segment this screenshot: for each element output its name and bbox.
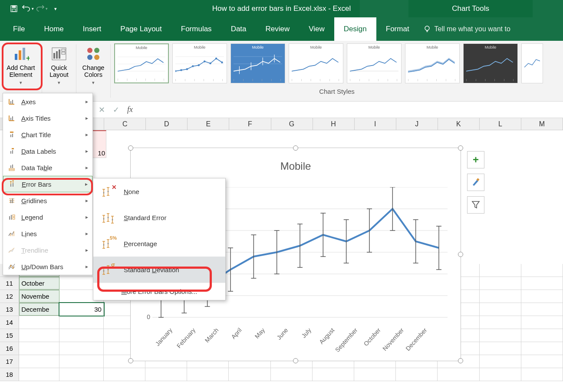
- chart-style-6[interactable]: Mobile||||||: [405, 43, 460, 83]
- cell[interactable]: [59, 368, 104, 381]
- menu-lines[interactable]: Lines▸: [3, 225, 92, 242]
- cell[interactable]: [145, 368, 187, 381]
- row-header[interactable]: 11: [0, 277, 19, 290]
- tab-data[interactable]: Data: [221, 17, 256, 41]
- cell[interactable]: [521, 290, 563, 303]
- col-header[interactable]: C: [104, 118, 146, 130]
- row-header[interactable]: 18: [0, 368, 19, 381]
- chart-style-2[interactable]: Mobile||||||: [172, 43, 227, 83]
- add-chart-element-button[interactable]: + Add Chart Element▾: [4, 43, 37, 87]
- chart-style-8[interactable]: [521, 43, 543, 83]
- menu-data-table[interactable]: Data Table▸: [3, 159, 92, 176]
- chart-styles-button[interactable]: [467, 174, 484, 191]
- resize-handle[interactable]: [458, 358, 463, 363]
- formula-input[interactable]: [133, 106, 563, 113]
- fx-label[interactable]: fx: [127, 105, 133, 114]
- tab-format[interactable]: Format: [376, 17, 419, 41]
- cell[interactable]: [521, 277, 563, 290]
- menu-chart-title[interactable]: Chart Title▸: [3, 126, 92, 143]
- cell[interactable]: [271, 368, 313, 381]
- col-header[interactable]: J: [396, 118, 438, 130]
- cell[interactable]: [480, 355, 521, 368]
- cell[interactable]: 30: [59, 303, 104, 316]
- cell[interactable]: [396, 368, 438, 381]
- col-header[interactable]: H: [313, 118, 355, 130]
- resize-handle[interactable]: [293, 145, 298, 151]
- tab-formulas[interactable]: Formulas: [171, 17, 221, 41]
- chart-title-text[interactable]: Mobile: [131, 160, 461, 172]
- col-header[interactable]: K: [438, 118, 480, 130]
- col-header[interactable]: D: [146, 118, 188, 130]
- menu-gridlines[interactable]: Gridlines▸: [3, 192, 92, 209]
- col-header[interactable]: I: [355, 118, 396, 130]
- tab-design[interactable]: Design: [334, 17, 376, 41]
- cell[interactable]: [521, 355, 563, 368]
- menu-axis-titles[interactable]: Axis Titles▸: [3, 110, 92, 126]
- save-icon[interactable]: [8, 3, 20, 15]
- row-header[interactable]: 15: [0, 329, 19, 342]
- qat-customize-icon[interactable]: ▾: [49, 3, 62, 15]
- tab-home[interactable]: Home: [34, 17, 73, 41]
- resize-handle[interactable]: [128, 358, 133, 363]
- cell[interactable]: [521, 264, 563, 277]
- cell[interactable]: [480, 277, 521, 290]
- cell[interactable]: [438, 368, 479, 381]
- enter-formula-icon[interactable]: ✓: [113, 105, 119, 115]
- chart-style-5[interactable]: Mobile||||||: [347, 43, 402, 83]
- row-header[interactable]: 13: [0, 303, 19, 316]
- cell[interactable]: [354, 368, 396, 381]
- cell[interactable]: [59, 329, 104, 342]
- cell[interactable]: [187, 368, 229, 381]
- resize-handle[interactable]: [128, 145, 133, 151]
- cell[interactable]: [480, 290, 521, 303]
- cell[interactable]: October: [19, 277, 59, 290]
- cell[interactable]: [19, 342, 59, 355]
- col-header[interactable]: M: [521, 118, 563, 130]
- menu-up-down-bars[interactable]: Up/Down Bars▸: [3, 258, 92, 275]
- cell[interactable]: [521, 329, 563, 342]
- cell-partial[interactable]: 10: [93, 130, 106, 158]
- cell[interactable]: [59, 355, 104, 368]
- row-header[interactable]: 16: [0, 342, 19, 355]
- cell[interactable]: [480, 368, 521, 381]
- resize-handle[interactable]: [293, 358, 298, 363]
- cell[interactable]: [480, 342, 521, 355]
- cell[interactable]: [19, 368, 59, 381]
- chart-style-4[interactable]: Mobile||||||: [289, 43, 343, 83]
- change-colors-button[interactable]: Change Colors▾: [80, 43, 107, 87]
- cell[interactable]: [104, 368, 145, 381]
- undo-icon[interactable]: ▾: [22, 3, 34, 15]
- cell[interactable]: [521, 303, 563, 316]
- row-header[interactable]: 17: [0, 355, 19, 368]
- cell[interactable]: Decembe: [19, 303, 59, 316]
- cell[interactable]: [480, 316, 521, 329]
- menu-error-bars[interactable]: Error Bars▸: [3, 176, 92, 192]
- error-bars-standard-deviation[interactable]: σ Standard Deviation: [93, 257, 225, 283]
- tab-insert[interactable]: Insert: [73, 17, 111, 41]
- error-bars-standard-error[interactable]: Standard Error: [93, 204, 225, 231]
- cell[interactable]: [59, 342, 104, 355]
- tab-file[interactable]: File: [3, 17, 34, 41]
- cancel-formula-icon[interactable]: ✕: [99, 105, 105, 115]
- tell-me-search[interactable]: Tell me what you want to: [423, 17, 510, 41]
- cell[interactable]: [19, 355, 59, 368]
- chart-style-1[interactable]: Mobile||||||: [114, 43, 169, 83]
- error-bars-none[interactable]: ✕ None: [93, 178, 225, 204]
- cell[interactable]: [313, 368, 354, 381]
- menu-legend[interactable]: Legend▸: [3, 209, 92, 225]
- cell[interactable]: [521, 316, 563, 329]
- resize-handle[interactable]: [458, 145, 463, 151]
- menu-axes[interactable]: Axes▸: [3, 93, 92, 110]
- tab-page-layout[interactable]: Page Layout: [111, 17, 171, 41]
- more-error-bars-options[interactable]: More Error Bars Options...: [93, 283, 225, 300]
- chart-filters-button[interactable]: [467, 196, 484, 214]
- col-header[interactable]: E: [188, 118, 229, 130]
- cell[interactable]: [59, 316, 104, 329]
- cell[interactable]: [19, 316, 59, 329]
- col-header[interactable]: G: [271, 118, 313, 130]
- chart-elements-button[interactable]: +: [467, 151, 484, 168]
- cell[interactable]: [480, 303, 521, 316]
- error-bars-percentage[interactable]: 5% Percentage: [93, 231, 225, 257]
- cell[interactable]: [19, 329, 59, 342]
- cell[interactable]: [521, 368, 563, 381]
